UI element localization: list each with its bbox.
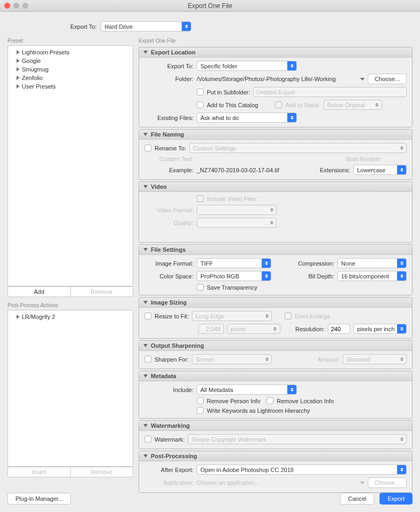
titlebar: Export One File [0, 0, 420, 12]
video-quality-select [197, 218, 277, 228]
sharpen-amount-select: Standard [343, 354, 407, 364]
post-actions-label: Post-Process Actions: [7, 302, 133, 308]
watermark-select: Simple Copyright Watermark [188, 434, 407, 444]
section-watermarking: Watermarking Watermark: Simple Copyright… [139, 420, 413, 449]
window-title: Export One File [0, 2, 420, 10]
compression-select[interactable]: None [337, 258, 407, 268]
image-format-select[interactable]: TIFF [197, 258, 271, 268]
resolution-field[interactable] [328, 324, 350, 334]
after-export-select[interactable]: Open in Adobe Photoshop CC 2018 [197, 465, 407, 475]
location-export-to-select[interactable]: Specific folder [197, 61, 297, 71]
stack-select: Below Original [324, 100, 382, 110]
preset-list[interactable]: Lightroom Presets Google Smugmug Zenfoli… [7, 45, 133, 286]
section-output-sharpening: Output Sharpening Sharpen For: Screen Am… [139, 340, 413, 369]
export-button[interactable]: Export [379, 493, 413, 505]
caret-down-icon [143, 51, 148, 54]
write-keywords-checkbox[interactable] [197, 407, 204, 414]
filename-example: _NZ74070-2019-03-02-17-04.tif [197, 167, 279, 173]
metadata-include-select[interactable]: All Metadata [197, 385, 297, 395]
action-remove-button[interactable]: Remove [71, 467, 134, 477]
caret-down-icon [143, 344, 148, 347]
caret-down-icon [143, 248, 148, 251]
section-header[interactable]: File Settings [139, 245, 412, 255]
resize-to-fit-checkbox[interactable] [144, 313, 151, 319]
extensions-select[interactable]: Lowercase [353, 165, 407, 175]
section-header[interactable]: File Naming [139, 130, 412, 140]
caret-down-icon [143, 133, 148, 136]
disclosure-icon[interactable] [17, 84, 20, 89]
section-header[interactable]: Metadata [139, 371, 412, 381]
put-subfolder-checkbox[interactable] [197, 89, 204, 95]
application-placeholder: Choose an application... [197, 479, 357, 486]
section-post-processing: Post-Processing After Export: Open in Ad… [139, 451, 413, 493]
add-catalog-checkbox[interactable] [197, 101, 204, 108]
size-unit-select: pixels [227, 324, 280, 334]
section-metadata: Metadata Include: All Metadata Remove Pe… [139, 371, 413, 419]
subfolder-field: Untitled Export [253, 87, 407, 97]
include-video-checkbox [197, 195, 204, 202]
section-header[interactable]: Export Location [139, 47, 412, 58]
section-file-naming: File Naming Rename To: Custom Settings C… [139, 129, 413, 180]
section-file-settings: File Settings Image Format: TIFF Compres… [139, 244, 413, 295]
export-to-select[interactable]: Hard Drive [101, 21, 191, 31]
sharpen-for-select: Screen [192, 354, 272, 364]
preset-remove-button[interactable]: Remove [71, 286, 134, 297]
plugin-manager-button[interactable]: Plug-in Manager... [7, 493, 71, 505]
section-header[interactable]: Image Sizing [139, 298, 412, 308]
preset-item: Lightroom Presets [8, 48, 133, 57]
color-space-select[interactable]: ProPhoto RGB [197, 271, 271, 281]
caret-down-icon [143, 424, 148, 427]
caret-down-icon [143, 301, 148, 304]
caret-down-icon [143, 454, 148, 458]
preset-item: Google [8, 57, 133, 65]
caret-down-icon [143, 374, 148, 378]
disclosure-icon[interactable] [17, 315, 20, 319]
size-value-field: 2,048 [198, 324, 224, 334]
action-item: LR/Mogrify 2 [8, 313, 133, 321]
cancel-button[interactable]: Cancel [340, 493, 374, 505]
section-header[interactable]: Video [139, 182, 412, 192]
add-stack-checkbox [275, 101, 282, 108]
bit-depth-select[interactable]: 16 bits/component [337, 271, 407, 281]
existing-files-select[interactable]: Ask what to do [197, 113, 297, 123]
section-header[interactable]: Post-Processing [139, 451, 412, 461]
folder-path: /Volumes/Storage/Photos/-Photography Lif… [197, 76, 357, 82]
rename-template-select: Custom Settings [189, 143, 407, 153]
choose-folder-button[interactable]: Choose... [368, 74, 407, 84]
preset-item: User Presets [8, 82, 133, 91]
resolution-unit-select[interactable]: pixels per inch [353, 324, 407, 334]
save-transparency-checkbox[interactable] [197, 284, 204, 291]
rename-to-checkbox[interactable] [144, 145, 151, 151]
remove-person-checkbox[interactable] [197, 397, 204, 404]
resize-mode-select: Long Edge [192, 311, 272, 321]
sharpen-for-checkbox[interactable] [144, 356, 151, 363]
folder-dropdown-icon[interactable] [360, 78, 365, 81]
preset-item: Zenfolio [8, 74, 133, 82]
remove-location-checkbox[interactable] [266, 397, 273, 404]
section-header[interactable]: Output Sharpening [139, 341, 412, 351]
video-format-select [197, 205, 277, 215]
section-header[interactable]: Watermarking [139, 421, 412, 431]
action-insert-button[interactable]: Insert [7, 467, 71, 477]
disclosure-icon[interactable] [17, 76, 20, 80]
watermark-checkbox[interactable] [144, 436, 151, 443]
app-dropdown-icon [360, 482, 365, 484]
preset-add-button[interactable]: Add [7, 286, 71, 297]
choose-app-button: Choose... [368, 477, 407, 488]
right-title: Export One File [139, 38, 413, 44]
section-video: Video Include Video Files: Video Format:… [139, 181, 413, 243]
caret-down-icon [143, 185, 148, 188]
section-image-sizing: Image Sizing Resize to Fit: Long Edge Do… [139, 297, 413, 339]
export-to-label: Export To: [70, 23, 96, 30]
post-actions-list[interactable]: LR/Mogrify 2 [7, 310, 133, 467]
preset-item: Smugmug [8, 65, 133, 74]
dont-enlarge-checkbox [285, 313, 292, 319]
disclosure-icon[interactable] [17, 67, 20, 71]
preset-label: Preset: [7, 38, 133, 44]
section-export-location: Export Location Export To: Specific fold… [139, 47, 413, 127]
disclosure-icon[interactable] [17, 59, 20, 63]
disclosure-icon[interactable] [17, 50, 20, 54]
